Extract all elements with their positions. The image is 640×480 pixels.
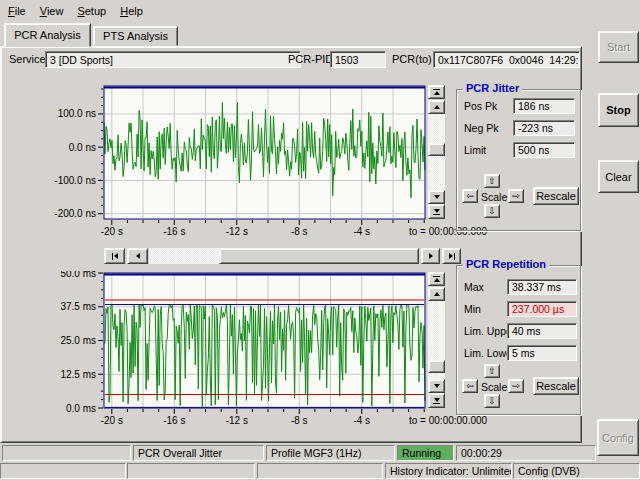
neg-pk-label: Neg Pk — [464, 122, 498, 134]
tab-pcr-analysis[interactable]: PCR Analysis — [4, 23, 91, 47]
limit-bar-icon — [433, 403, 440, 404]
scroll-down-button[interactable] — [428, 190, 445, 204]
x-tick-label: -12 s — [226, 226, 248, 237]
scrollbar-thumb[interactable] — [219, 248, 419, 264]
menu-view[interactable]: View — [33, 3, 71, 19]
scrollbar-thumb[interactable] — [428, 360, 445, 373]
start-button[interactable]: Start — [598, 31, 639, 63]
scale-up-button[interactable]: ⇧ — [484, 174, 500, 188]
scale-right-button[interactable]: ⇨ — [508, 189, 524, 203]
arrow-up-icon — [434, 292, 440, 296]
scroll-left-button[interactable] — [127, 248, 148, 264]
scroll-far-right-button[interactable] — [442, 248, 461, 264]
arrow-up-icon — [434, 105, 440, 109]
scroll-down-button[interactable] — [428, 379, 445, 393]
scroll-bottom-limit-button[interactable] — [428, 204, 445, 219]
status-history-indicator: History Indicator: Unlimited — [385, 463, 512, 479]
pcr-jitter-group: PCR Jitter Pos Pk 186 ns Neg Pk -223 ns … — [456, 89, 581, 231]
x-tick-label: -20 s — [101, 415, 123, 426]
config-button[interactable]: Config — [597, 419, 639, 456]
lim-lower-field: 5 ms — [507, 345, 577, 361]
min-label: Min — [464, 303, 481, 315]
pos-pk-label: Pos Pk — [464, 100, 497, 112]
menu-help[interactable]: Help — [113, 3, 150, 19]
pcr-to-field: 0x117C807F6 0x0046 14:29:15 — [433, 51, 580, 68]
menu-setup[interactable]: Setup — [70, 3, 113, 19]
pcr-jitter-chart: 100.0 ns0.0 ns-100.0 ns-200.0 ns-20 s-16… — [39, 84, 487, 244]
arrow-down-icon — [434, 384, 440, 388]
limit-bar-icon — [433, 214, 440, 215]
x-tick-label: -8 s — [291, 226, 308, 237]
y-tick-label: 100.0 ns — [58, 108, 96, 119]
pcr-repetition-chart: 50.0 ms37.5 ms25.0 ms12.5 ms0.0 ms-20 s-… — [39, 271, 487, 431]
service-field[interactable]: 3 [DD Sports] — [45, 51, 301, 68]
x-tick-label: -4 s — [353, 415, 370, 426]
y-tick-label: 12.5 ms — [60, 369, 96, 380]
pos-pk-field: 186 ns — [513, 98, 575, 114]
y-tick-label: -100.0 ns — [54, 175, 96, 186]
scrollbar-thumb[interactable] — [428, 143, 445, 156]
y-tick-label: 50.0 ms — [60, 271, 96, 279]
y-tick-label: 37.5 ms — [60, 301, 96, 312]
scale-right-button[interactable]: ⇨ — [508, 379, 524, 393]
pcr-jitter-group-title: PCR Jitter — [463, 82, 522, 94]
y-tick-label: 25.0 ms — [60, 335, 96, 346]
menu-bar: File View Setup Help — [0, 0, 640, 21]
repetition-vertical-scrollbar — [428, 272, 445, 408]
pcr-pid-field: 1503 — [330, 51, 386, 68]
x-tick-label: -16 s — [163, 415, 185, 426]
scale-label: Scale — [481, 191, 507, 203]
limit-bar-icon — [112, 253, 113, 260]
limit-bar-icon — [433, 89, 440, 90]
scroll-top-limit-button[interactable] — [428, 85, 445, 99]
status2-empty-2 — [127, 463, 255, 479]
status-running: Running — [397, 445, 454, 461]
x-tick-label: -8 s — [291, 415, 308, 426]
limit-label: Limit — [464, 144, 486, 156]
arrow-down-icon — [434, 398, 440, 402]
pcr-to-label: PCR(to) — [392, 53, 432, 65]
status-measurement: PCR Overall Jitter — [133, 445, 264, 461]
arrow-up-icon — [434, 278, 440, 282]
arrow-left-icon — [136, 253, 140, 259]
scale-up-button[interactable]: ⇧ — [484, 364, 500, 378]
arrow-down-icon — [434, 209, 440, 213]
clear-button[interactable]: Clear — [598, 160, 639, 193]
min-field: 237.000 µs — [507, 301, 577, 317]
scale-left-button[interactable]: ⇦ — [462, 379, 478, 393]
y-tick-label: 0.0 ns — [69, 142, 96, 153]
limit-field: 500 ns — [513, 142, 575, 158]
max-field: 38.337 ms — [507, 279, 577, 295]
scroll-up-button[interactable] — [428, 287, 445, 301]
pcr-analyzer-window: { "menu": { "items": [ {"label":"File"},… — [0, 0, 640, 480]
scroll-top-limit-button[interactable] — [428, 272, 445, 286]
tab-pts-analysis[interactable]: PTS Analysis — [93, 26, 178, 46]
status-bar: PCR Overall Jitter Profile MGF3 (1Hz) Ru… — [0, 444, 640, 480]
scroll-right-button[interactable] — [421, 248, 440, 264]
x-tick-label: -4 s — [353, 226, 370, 237]
scroll-far-left-button[interactable] — [104, 248, 125, 264]
status-empty-1 — [2, 445, 131, 461]
status-elapsed-time: 00:00:29 — [456, 445, 596, 461]
rescale-button[interactable]: Rescale — [533, 187, 579, 205]
pcr-analysis-page: Service 3 [DD Sports] PCR-PID 1503 PCR(t… — [0, 46, 582, 443]
scale-left-button[interactable]: ⇦ — [462, 189, 478, 203]
x-tick-label: -16 s — [163, 226, 185, 237]
arrow-right-icon — [449, 253, 453, 259]
lim-upper-field: 40 ms — [507, 323, 577, 339]
scale-down-button[interactable]: ⇩ — [484, 204, 500, 218]
scale-label: Scale — [481, 381, 507, 393]
scroll-bottom-limit-button[interactable] — [428, 393, 445, 408]
arrow-down-icon — [434, 195, 440, 199]
limit-bar-icon — [433, 276, 440, 277]
scroll-up-button[interactable] — [428, 100, 445, 114]
arrow-up-icon — [434, 91, 440, 95]
status-profile: Profile MGF3 (1Hz) — [266, 445, 395, 461]
rescale-button[interactable]: Rescale — [533, 377, 579, 395]
pcr-repetition-group: PCR Repetition Max 38.337 ms Min 237.000… — [456, 265, 581, 415]
menu-file[interactable]: File — [1, 3, 33, 19]
scale-down-button[interactable]: ⇩ — [484, 394, 500, 408]
neg-pk-field: -223 ns — [513, 120, 575, 136]
arrow-right-icon — [429, 253, 433, 259]
stop-button[interactable]: Stop — [598, 93, 639, 127]
